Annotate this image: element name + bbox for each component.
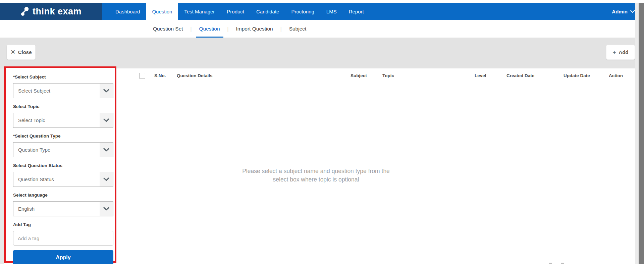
select-topic-label: Select Topic [13,104,113,109]
question-type-value: Question Type [13,147,50,153]
column-header-topic: Topic [382,73,475,78]
nav-item-report[interactable]: Report [343,3,370,20]
chevron-down-icon [100,113,113,127]
nav-item-product[interactable]: Product [221,3,250,20]
column-header-subject: Subject [351,73,382,78]
chevron-down-icon [100,84,113,98]
vertical-scrollbar-track[interactable] [635,3,644,264]
subnav-divider: | [188,20,195,38]
nav-item-proctoring[interactable]: Proctoring [285,3,320,20]
subnav-item-subject[interactable]: Subject [284,20,311,38]
empty-state-message: Please select a subject name and questio… [229,167,403,184]
nav-item-lms[interactable]: LMS [320,3,343,20]
table-header-row: S.No. Question Details Subject Topic Lev… [137,68,630,83]
subnav-divider: | [225,20,231,38]
add-tag-input[interactable] [13,231,113,246]
chevron-down-icon [630,10,635,13]
empty-state-line2: select box where topic is optional [229,175,403,184]
brand-logo[interactable]: think exam [0,3,102,20]
column-header-question-details: Question Details [177,73,351,78]
main-nav-list: Dashboard Question Test Manager Product … [109,3,370,20]
question-status-value: Question Status [13,176,54,182]
add-tag-label: Add Tag [13,222,113,227]
select-subject-label: *Select Subject [13,74,113,80]
brand-logo-icon [21,6,30,16]
nav-item-test-manager[interactable]: Test Manager [178,3,221,20]
subnav-divider: | [278,20,284,38]
language-value: English [13,206,35,212]
question-type-dropdown[interactable]: Question Type [13,142,113,157]
subnav-item-question[interactable]: Question [195,20,225,38]
subnav-item-question-set[interactable]: Question Set [148,20,188,38]
select-subject-dropdown[interactable]: Select Subject [13,83,113,98]
pagination-cutoff-hint [561,263,564,264]
top-strip [0,0,644,3]
toolbar: ✕ Close + Add [0,38,644,68]
plus-icon: + [612,49,616,55]
subnav-bar: Question Set | Question | Import Questio… [0,20,644,38]
add-button-label: Add [619,49,628,55]
filter-panel: *Select Subject Select Subject Select To… [4,66,116,263]
subnav-item-import-question[interactable]: Import Question [231,20,277,38]
chevron-down-icon [100,202,113,216]
select-question-type-label: *Select Question Type [13,134,113,139]
column-header-update-date: Update Date [564,73,609,78]
vertical-scrollbar-thumb[interactable] [639,3,644,264]
select-subject-value: Select Subject [13,88,50,94]
nav-item-candidate[interactable]: Candidate [250,3,285,20]
column-header-created-date: Created Date [506,73,564,78]
language-dropdown[interactable]: English [13,201,113,216]
page: think exam Dashboard Question Test Manag… [0,0,644,264]
close-button-label: Close [18,49,32,55]
question-status-dropdown[interactable]: Question Status [13,172,113,187]
left-gutter [0,68,4,264]
select-language-label: Select language [13,193,113,198]
column-header-sno: S.No. [154,73,177,78]
select-topic-value: Select Topic [13,117,45,123]
select-all-checkbox[interactable] [139,73,145,79]
select-topic-dropdown[interactable]: Select Topic [13,113,113,128]
add-button[interactable]: + Add [606,45,635,60]
nav-item-question[interactable]: Question [146,3,178,20]
brand-name: think exam [33,6,82,17]
chevron-down-icon [100,143,113,157]
empty-state-line1: Please select a subject name and questio… [229,167,403,175]
nav-item-dashboard[interactable]: Dashboard [109,3,146,20]
admin-menu-label: Admin [612,9,628,14]
apply-button[interactable]: Apply [13,250,113,264]
column-header-action: Action [609,73,630,78]
column-header-level: Level [475,73,506,78]
subnav-row: Question Set | Question | Import Questio… [148,20,311,38]
pagination-cutoff-hint [549,263,552,264]
close-button[interactable]: ✕ Close [7,45,36,60]
select-question-status-label: Select Question Status [13,163,113,168]
close-icon: ✕ [10,49,15,55]
main-navbar: think exam Dashboard Question Test Manag… [0,3,644,20]
admin-menu[interactable]: Admin [612,3,635,20]
chevron-down-icon [100,172,113,187]
